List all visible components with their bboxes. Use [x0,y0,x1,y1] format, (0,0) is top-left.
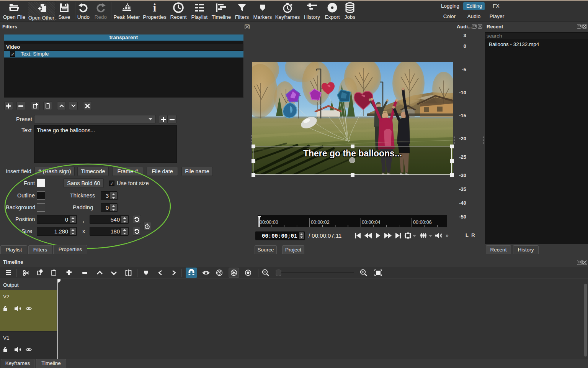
svg-text:00:00:04: 00:00:04 [362,220,381,225]
svg-text:»: » [446,232,449,238]
svg-text:00:00:00: 00:00:00 [260,220,278,225]
svg-text:00:00:02: 00:00:02 [311,220,330,225]
svg-text:00:00:06: 00:00:06 [413,220,432,225]
